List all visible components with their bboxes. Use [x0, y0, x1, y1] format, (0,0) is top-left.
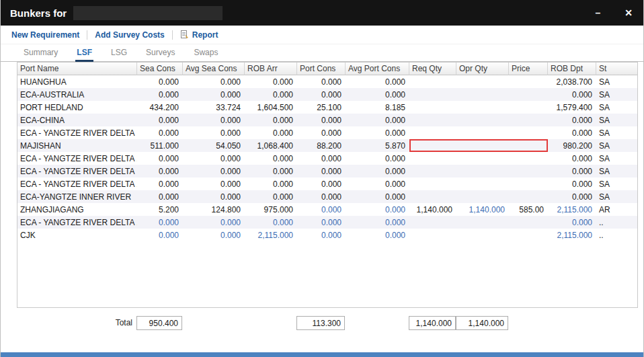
table-cell: 0.000	[183, 216, 245, 229]
new-requirement-button[interactable]: New Requirement	[11, 30, 79, 40]
table-cell: 1,604.500	[245, 101, 297, 114]
table-row[interactable]: ECA-CHINA0.0000.0000.0000.0000.0000.000S…	[17, 114, 638, 126]
table-cell: 1,068.400	[245, 139, 297, 152]
column-header[interactable]: Avg Sea Cons	[183, 63, 245, 75]
table-cell: 0.000	[137, 152, 183, 165]
table-cell: 0.000	[183, 229, 245, 241]
table-row[interactable]: ECA - YANGTZE RIVER DELTA0.0000.0000.000…	[17, 126, 638, 139]
table-cell	[409, 114, 456, 126]
tab-summary[interactable]: Summary	[22, 45, 59, 62]
table-row[interactable]: CJK0.0000.0002,115.0000.0000.0002,115.00…	[17, 229, 638, 241]
column-header[interactable]: Req Qty	[409, 63, 456, 75]
tab-lsg[interactable]: LSG	[110, 45, 128, 62]
table-row[interactable]: ECA - YANGTZE RIVER DELTA 10(0.0000.0000…	[17, 177, 638, 190]
table-cell: SA	[596, 88, 638, 101]
table-cell: 585.00	[509, 203, 548, 216]
column-header[interactable]: ROB Dpt	[548, 63, 596, 75]
bunker-grid: Port NameSea ConsAvg Sea ConsROB ArrPort…	[17, 62, 638, 308]
table-cell: 0.000	[297, 114, 346, 126]
table-cell: 0.000	[297, 165, 346, 177]
tab-lsf[interactable]: LSF	[75, 45, 93, 62]
close-button[interactable]: ✕	[625, 8, 633, 17]
add-survey-costs-button[interactable]: Add Survey Costs	[95, 30, 164, 40]
column-header[interactable]: Opr Qty	[456, 63, 509, 75]
table-cell: 0.000	[548, 190, 596, 203]
table-cell: 0.000	[297, 203, 346, 216]
table-cell: 0.000	[346, 75, 409, 88]
table-cell: 0.000	[548, 88, 596, 101]
table-row[interactable]: PORT HEDLAND434.20033.7241,604.50025.100…	[17, 101, 638, 114]
minimize-button[interactable]: –	[595, 8, 600, 17]
table-cell	[456, 216, 509, 229]
table-cell: 0.000	[548, 152, 596, 165]
table-cell: 0.000	[346, 88, 409, 101]
total-label: Total	[88, 318, 132, 327]
table-cell: SA	[596, 190, 638, 203]
table-cell: 0.000	[346, 126, 409, 139]
table-row[interactable]: ECA-YANGTZE INNER RIVER0.0000.0000.0000.…	[17, 190, 638, 203]
report-label: Report	[192, 30, 218, 40]
toolbar-separator	[172, 30, 173, 40]
table-cell: ECA - YANGTZE RIVER DELTA 10(	[17, 177, 137, 190]
column-header[interactable]: Price	[509, 63, 548, 75]
table-cell	[409, 152, 456, 165]
table-cell: 975.000	[245, 203, 297, 216]
table-row[interactable]: ECA - YANGTZE RIVER DELTA 10(0.0000.0000…	[17, 152, 638, 165]
table-cell: 0.000	[183, 152, 245, 165]
table-cell: 0.000	[548, 216, 596, 229]
table-cell: ECA - YANGTZE RIVER DELTA	[17, 126, 137, 139]
table-cell: 0.000	[183, 75, 245, 88]
table-cell	[456, 101, 509, 114]
table-cell: AR	[596, 203, 638, 216]
table-cell: 0.000	[137, 216, 183, 229]
highlighted-cell[interactable]	[456, 139, 509, 152]
bunkers-window: Bunkers for – ✕ New Requirement Add Surv…	[0, 0, 644, 357]
table-cell: 2,115.000	[548, 229, 596, 241]
table-cell	[509, 152, 548, 165]
column-header[interactable]: Port Cons	[297, 63, 346, 75]
table-cell: 0.000	[346, 203, 409, 216]
table-row[interactable]: ECA - YANGTZE RIVER DELTA 10(0.0000.0000…	[17, 216, 638, 229]
highlighted-cell[interactable]	[509, 139, 548, 152]
tab-surveys[interactable]: Surveys	[145, 45, 176, 62]
table-row[interactable]: HUANGHUA0.0000.0000.0000.0000.0002,038.7…	[17, 75, 638, 88]
table-cell	[509, 101, 548, 114]
total-sea-cons: 950.400	[136, 316, 182, 330]
table-cell: 0.000	[137, 126, 183, 139]
table-cell: 434.200	[137, 101, 183, 114]
table-cell: 0.000	[183, 177, 245, 190]
table-cell: SA	[596, 139, 638, 152]
table-cell: 25.100	[297, 101, 346, 114]
window-title: Bunkers for	[10, 7, 67, 19]
column-header[interactable]: Avg Port Cons	[346, 63, 409, 75]
table-cell: 0.000	[297, 177, 346, 190]
table-cell	[509, 177, 548, 190]
table-row[interactable]: MAJISHAN511.00054.0501,068.40088.2005.87…	[17, 139, 638, 152]
table-cell: ECA-AUSTRALIA	[17, 88, 137, 101]
column-header[interactable]: ROB Arr	[245, 63, 297, 75]
table-cell	[409, 126, 456, 139]
table-row[interactable]: ECA-AUSTRALIA0.0000.0000.0000.0000.0000.…	[17, 88, 638, 101]
table-cell	[456, 229, 509, 241]
table-cell	[509, 88, 548, 101]
table-cell	[409, 229, 456, 241]
tab-swaps[interactable]: Swaps	[192, 45, 219, 62]
table-cell: 2,115.000	[245, 229, 297, 241]
table-cell: 0.000	[297, 88, 346, 101]
highlighted-cell[interactable]	[409, 139, 456, 152]
table-cell: ECA-YANGTZE INNER RIVER	[17, 190, 137, 203]
table-row[interactable]: ZHANGJIAGANG5.200124.800975.0000.0000.00…	[17, 203, 638, 216]
table-cell: 0.000	[137, 75, 183, 88]
table-cell: 0.000	[297, 75, 346, 88]
table-cell: 0.000	[245, 75, 297, 88]
table-row[interactable]: ECA - YANGTZE RIVER DELTA0.0000.0000.000…	[17, 165, 638, 177]
column-header[interactable]: Port Name	[17, 63, 137, 75]
table-cell: 0.000	[183, 165, 245, 177]
total-opr-qty: 1,140.000	[456, 316, 508, 330]
column-header[interactable]: St	[596, 63, 638, 75]
report-button[interactable]: Report	[180, 30, 218, 40]
table-cell: 0.000	[297, 229, 346, 241]
redacted-title-text	[73, 6, 223, 20]
column-header[interactable]: Sea Cons	[137, 63, 183, 75]
table-cell: ZHANGJIAGANG	[17, 203, 137, 216]
